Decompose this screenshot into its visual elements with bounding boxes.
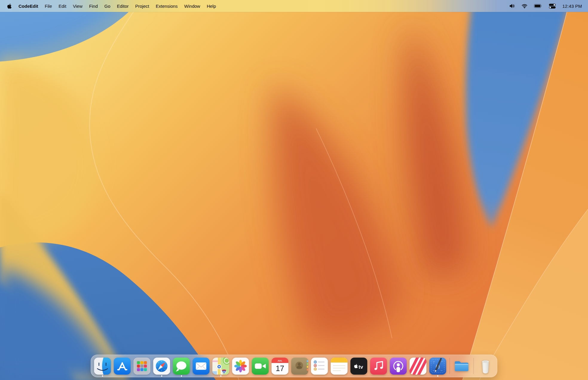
dock-item-apple-tv[interactable]: tv [350,358,368,375]
menu-app-name[interactable]: CodeEdit [15,4,42,9]
safari-icon [153,358,170,375]
dock-item-maps[interactable]: 280 [212,358,229,375]
calendar-icon: JUL 17 [272,358,289,375]
apple-tv-icon: tv [350,358,368,375]
maps-badge-text: 280 [223,371,225,373]
dock-item-reminders[interactable] [311,358,328,375]
app-store-icon [114,358,131,375]
apple-logo-icon [7,3,12,9]
reminders-icon [311,358,328,375]
trash-icon [477,358,494,375]
running-indicator [437,375,439,377]
finder-icon [94,358,111,375]
running-indicator [161,375,163,377]
dock-item-codeedit[interactable]: { } [429,358,446,375]
menu-extensions[interactable]: Extensions [152,4,181,9]
desktop: CodeEdit FileEditViewFindGoEditorProject… [0,0,588,380]
messages-icon [173,358,190,375]
battery-icon[interactable] [532,4,545,8]
dock-item-safari[interactable] [153,358,170,375]
wifi-icon[interactable] [519,4,530,8]
dock-item-photos[interactable] [232,358,249,375]
dock-item-mail[interactable] [193,358,210,375]
menu-bar-left: CodeEdit FileEditViewFindGoEditorProject… [7,3,219,9]
dock-separator [474,358,474,374]
mail-icon [193,358,210,375]
dock-item-music[interactable] [370,358,387,375]
dock-item-notes[interactable] [331,358,348,375]
codeedit-icon: { } [429,358,446,375]
running-indicator [220,375,222,377]
dock-item-app-store[interactable] [114,358,131,375]
menu-bar-status: 12:43 PM [507,4,583,9]
menu-go[interactable]: Go [101,4,114,9]
dock-item-launchpad[interactable] [134,358,151,375]
news-icon [410,358,427,375]
podcasts-icon [390,358,407,375]
menu-editor[interactable]: Editor [114,4,132,9]
menu-file[interactable]: File [42,4,55,9]
dock-item-finder[interactable] [94,358,111,375]
volume-icon[interactable] [507,4,517,8]
menubar-menus: FileEditViewFindGoEditorProjectExtension… [42,4,219,9]
menu-window[interactable]: Window [181,4,203,9]
menu-bar: CodeEdit FileEditViewFindGoEditorProject… [0,0,588,12]
calendar-day-text: 17 [276,364,284,372]
dock: 280 [91,355,497,377]
dock-item-trash[interactable] [477,358,494,375]
menu-help[interactable]: Help [203,4,219,9]
contacts-icon [291,358,308,375]
menu-edit[interactable]: Edit [55,4,70,9]
menu-bar-clock[interactable]: 12:43 PM [560,4,583,9]
running-indicator [102,375,103,377]
control-center-icon[interactable] [546,4,558,9]
menu-project[interactable]: Project [132,4,153,9]
dock-separator [450,358,450,374]
calendar-month-text: JUL [278,359,283,362]
apple-tv-label: tv [359,364,363,370]
dock-item-messages[interactable] [173,358,190,375]
dock-item-facetime[interactable] [252,358,269,375]
facetime-icon [252,358,269,375]
dock-item-podcasts[interactable] [390,358,407,375]
maps-icon: 280 [212,358,229,375]
launchpad-icon [134,358,151,375]
dock-item-calendar[interactable]: JUL 17 [272,358,289,375]
running-indicator [181,375,182,377]
desktop-wallpaper [0,0,588,380]
dock-item-news[interactable] [410,358,427,375]
photos-icon [232,358,249,375]
notes-icon [331,358,348,375]
music-icon [370,358,387,375]
menu-find[interactable]: Find [86,4,101,9]
menu-view[interactable]: View [70,4,86,9]
dock-item-folder[interactable] [453,358,470,375]
dock-item-contacts[interactable] [291,358,308,375]
folder-icon [453,358,470,375]
apple-menu[interactable] [7,3,15,9]
